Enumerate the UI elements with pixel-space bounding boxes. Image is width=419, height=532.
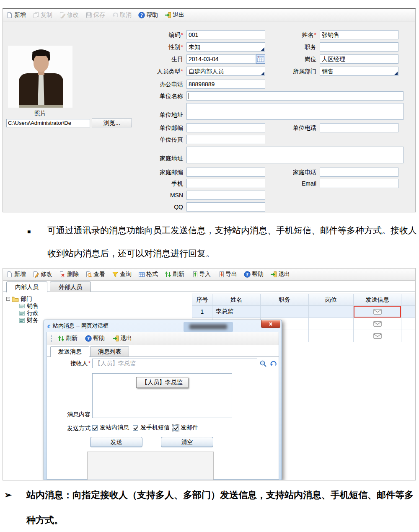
cell-send-message bbox=[354, 330, 401, 342]
department-label: 所属部门 bbox=[293, 68, 316, 75]
tree-node-label: 财务 bbox=[27, 317, 39, 324]
edit-button: 修改 bbox=[59, 11, 79, 19]
new-doc-icon bbox=[6, 12, 13, 18]
duty-input[interactable] bbox=[320, 42, 398, 52]
envelope-icon[interactable] bbox=[373, 309, 382, 315]
checkbox-icon[interactable] bbox=[173, 425, 178, 431]
exit-button-label: 退出 bbox=[278, 271, 290, 278]
list-item-icon bbox=[19, 303, 25, 309]
checkbox-email[interactable]: 发邮件 bbox=[173, 424, 198, 431]
new-button[interactable]: 新增 bbox=[6, 271, 26, 278]
qq-input[interactable] bbox=[186, 202, 265, 212]
gender-select[interactable]: 未知 bbox=[186, 42, 265, 52]
checkbox-sms[interactable]: 发手机短信 bbox=[133, 424, 170, 431]
exit-button[interactable]: 退出 bbox=[165, 11, 184, 19]
header-duty: 职务 bbox=[261, 294, 309, 306]
name-input[interactable]: 张销售 bbox=[320, 30, 398, 39]
receiver-tag: 【人员】李总监 bbox=[136, 377, 188, 388]
office-phone-input[interactable]: 88898889 bbox=[186, 80, 265, 89]
company-address-textarea[interactable] bbox=[186, 103, 403, 120]
company-fax-input[interactable] bbox=[186, 135, 265, 144]
query-button[interactable]: 查询 bbox=[112, 271, 132, 278]
receiver-input[interactable]: 【人员】李总监 bbox=[92, 359, 257, 368]
home-phone-input[interactable] bbox=[320, 168, 398, 177]
format-button[interactable]: 格式 bbox=[138, 271, 158, 278]
envelope-icon[interactable] bbox=[373, 321, 382, 327]
checkbox-site-message[interactable]: 发站内消息 bbox=[92, 424, 129, 431]
code-input[interactable]: 001 bbox=[186, 30, 265, 39]
reset-receiver-button[interactable] bbox=[269, 359, 278, 368]
tab-internal-staff[interactable]: 内部人员 bbox=[6, 281, 47, 292]
company-zip-input[interactable] bbox=[186, 123, 265, 132]
ie-icon: e bbox=[47, 323, 50, 329]
tab-send-message[interactable]: 发送消息 bbox=[50, 346, 89, 357]
collapse-icon[interactable]: − bbox=[6, 297, 10, 301]
envelope-icon[interactable] bbox=[373, 333, 382, 339]
email-input[interactable] bbox=[320, 179, 398, 188]
home-address-textarea[interactable] bbox=[186, 147, 403, 163]
view-button[interactable]: 查看 bbox=[85, 271, 105, 278]
message-content-textarea[interactable]: 【人员】李总监 bbox=[92, 373, 232, 418]
tree-node-sales[interactable]: 销售 bbox=[19, 302, 39, 310]
department-select[interactable]: 销售 bbox=[320, 67, 398, 76]
cell-filler bbox=[401, 330, 416, 342]
checkbox-icon[interactable] bbox=[92, 425, 98, 431]
cell-name: 李总监 bbox=[212, 306, 261, 318]
cell-send-message bbox=[354, 318, 401, 330]
msn-input[interactable] bbox=[186, 191, 265, 200]
birthday-input[interactable]: 2014-03-04 bbox=[186, 54, 256, 64]
refresh-button-label: 刷新 bbox=[173, 271, 184, 278]
table-header-row: 序号 姓名 职务 岗位 发送信息 bbox=[192, 294, 416, 306]
person-type-select[interactable]: 自建内部人员 bbox=[186, 67, 265, 76]
clear-button[interactable]: 清空 bbox=[161, 437, 213, 447]
exit-button[interactable]: 退出 bbox=[112, 335, 132, 342]
help-button[interactable]: ? 帮助 bbox=[138, 11, 158, 19]
mobile-input[interactable] bbox=[186, 179, 265, 188]
home-phone-label: 家庭电话 bbox=[293, 169, 316, 176]
import-button[interactable]: 导入 bbox=[191, 271, 211, 278]
email-label: Email bbox=[302, 180, 316, 187]
refresh-button[interactable]: 刷新 bbox=[58, 335, 78, 342]
tree-node-finance[interactable]: 财务 bbox=[19, 317, 39, 324]
message-dialog: e 站内消息 -- 网页对话框 刷新 ?帮助 退出 发送消息 消息列表 接收人*… bbox=[44, 320, 282, 480]
help-button[interactable]: ?帮助 bbox=[244, 271, 264, 278]
import-button-label: 导入 bbox=[199, 271, 211, 278]
exit-button[interactable]: 退出 bbox=[270, 271, 290, 278]
checkbox-label: 发站内消息 bbox=[100, 424, 129, 431]
help-button[interactable]: ?帮助 bbox=[85, 335, 105, 342]
position-input[interactable]: 大区经理 bbox=[320, 54, 398, 64]
checkbox-label: 发手机短信 bbox=[140, 424, 170, 431]
company-phone-input[interactable] bbox=[320, 123, 398, 132]
refresh-button[interactable]: 刷新 bbox=[165, 271, 184, 278]
tree-node-departments[interactable]: − 部门 bbox=[6, 295, 39, 302]
table-row[interactable]: 1 李总监 bbox=[192, 306, 416, 318]
close-button[interactable] bbox=[261, 320, 280, 328]
tab-external-staff[interactable]: 外部人员 bbox=[50, 281, 91, 292]
edit-button[interactable]: 修改 bbox=[33, 271, 52, 278]
search-receiver-button[interactable] bbox=[259, 359, 268, 368]
new-button[interactable]: 新增 bbox=[6, 11, 26, 19]
home-zip-input[interactable] bbox=[186, 168, 265, 177]
cell-position bbox=[309, 306, 354, 318]
company-name-input[interactable] bbox=[186, 91, 403, 101]
checkbox-icon[interactable] bbox=[133, 425, 138, 431]
send-button[interactable]: 发送 bbox=[90, 437, 142, 447]
header-send-message: 发送信息 bbox=[354, 294, 401, 306]
table-format-icon bbox=[138, 271, 145, 278]
manual-page: 新增 复制 修改 保存 取消 ? 帮助 bbox=[0, 0, 419, 532]
tab-message-list[interactable]: 消息列表 bbox=[90, 346, 129, 356]
cancel-button: 取消 bbox=[112, 11, 132, 19]
birthday-label: 生日 bbox=[171, 56, 183, 63]
checkbox-label: 发邮件 bbox=[181, 424, 198, 431]
view-button-label: 查看 bbox=[93, 271, 105, 278]
svg-text:?: ? bbox=[87, 336, 90, 341]
header-position: 岗位 bbox=[309, 294, 354, 306]
exit-icon bbox=[270, 271, 277, 278]
exit-icon bbox=[112, 335, 119, 342]
text-caret bbox=[189, 93, 189, 99]
tree-node-admin[interactable]: 行政 bbox=[19, 310, 39, 317]
delete-button[interactable]: 删除 bbox=[59, 271, 79, 278]
calendar-button[interactable] bbox=[256, 54, 265, 64]
home-zip-label: 家庭邮编 bbox=[160, 169, 183, 176]
export-button[interactable]: 导出 bbox=[217, 271, 237, 278]
